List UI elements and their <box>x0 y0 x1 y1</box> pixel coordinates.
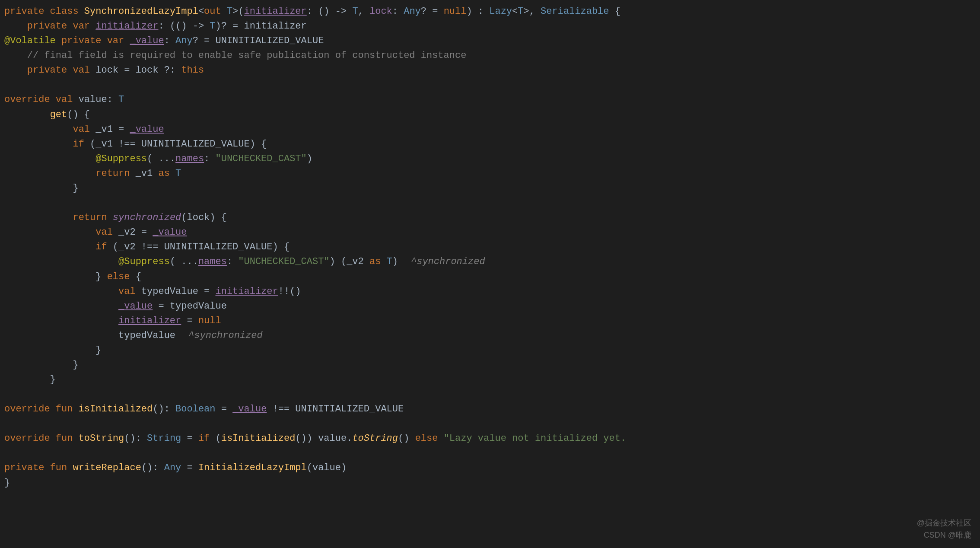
code-line: typedValue^synchronized <box>0 328 980 343</box>
line-content: override fun toString(): String = if (is… <box>4 431 980 446</box>
line-content: } <box>4 343 980 358</box>
code-line: get() { <box>0 108 980 122</box>
line-content: } <box>4 358 980 373</box>
line-content: typedValue^synchronized <box>4 328 980 343</box>
line-content: } else { <box>4 270 980 284</box>
line-content: val _v2 = _value <box>4 225 980 240</box>
line-content: val typedValue = initializer!!() <box>4 284 980 299</box>
code-line <box>0 387 980 402</box>
watermark: @掘金技术社区 CSDN @唯鹿 <box>917 517 971 542</box>
line-content: // final field is required to enable saf… <box>4 48 980 63</box>
code-line: @Suppress( ...names: "UNCHECKED_CAST") <box>0 152 980 166</box>
code-line: } <box>0 476 980 491</box>
code-line: initializer = null <box>0 314 980 328</box>
code-line: return _v1 as T <box>0 166 980 181</box>
line-content: return synchronized(lock) { <box>4 210 980 225</box>
code-line: if (_v2 !== UNINITIALIZED_VALUE) { <box>0 240 980 255</box>
code-line: @Suppress( ...names: "UNCHECKED_CAST") (… <box>0 255 980 269</box>
code-line: } <box>0 181 980 196</box>
code-line: override fun isInitialized(): Boolean = … <box>0 402 980 417</box>
line-content: initializer = null <box>4 314 980 328</box>
line-content: } <box>4 476 980 491</box>
code-line <box>0 446 980 461</box>
code-line: if (_v1 !== UNINITIALIZED_VALUE) { <box>0 137 980 152</box>
code-line: private fun writeReplace(): Any = Initia… <box>0 461 980 475</box>
line-content: private var initializer: (() -> T)? = in… <box>4 19 980 34</box>
code-line: val typedValue = initializer!!() <box>0 284 980 299</box>
line-content: } <box>4 373 980 387</box>
line-content: } <box>4 181 980 196</box>
code-view: private class SynchronizedLazyImpl<out T… <box>0 0 980 548</box>
code-line: } <box>0 358 980 373</box>
code-line: override fun toString(): String = if (is… <box>0 431 980 446</box>
code-line: // final field is required to enable saf… <box>0 48 980 63</box>
line-content: return _v1 as T <box>4 166 980 181</box>
code-line: _value = typedValue <box>0 299 980 314</box>
code-line: override val value: T <box>0 92 980 107</box>
line-content: if (_v1 !== UNINITIALIZED_VALUE) { <box>4 137 980 152</box>
line-content: get() { <box>4 108 980 122</box>
line-content: override fun isInitialized(): Boolean = … <box>4 402 980 417</box>
code-line: } <box>0 373 980 387</box>
code-line: private val lock = lock ?: this <box>0 63 980 78</box>
code-line: val _v2 = _value <box>0 225 980 240</box>
code-line: private class SynchronizedLazyImpl<out T… <box>0 4 980 19</box>
line-content: override val value: T <box>4 92 980 107</box>
line-content: private class SynchronizedLazyImpl<out T… <box>4 4 980 19</box>
line-content: val _v1 = _value <box>4 122 980 137</box>
code-line: } <box>0 343 980 358</box>
line-content: @Suppress( ...names: "UNCHECKED_CAST") (… <box>4 255 980 269</box>
line-content: private val lock = lock ?: this <box>4 63 980 78</box>
code-line: return synchronized(lock) { <box>0 210 980 225</box>
code-line <box>0 196 980 210</box>
line-content: if (_v2 !== UNINITIALIZED_VALUE) { <box>4 240 980 255</box>
code-line: } else { <box>0 270 980 284</box>
code-line: val _v1 = _value <box>0 122 980 137</box>
line-content: @Suppress( ...names: "UNCHECKED_CAST") <box>4 152 980 166</box>
line-content: private fun writeReplace(): Any = Initia… <box>4 461 980 475</box>
code-line <box>0 78 980 92</box>
code-line: private var initializer: (() -> T)? = in… <box>0 19 980 34</box>
line-content: @Volatile private var _value: Any? = UNI… <box>4 34 980 48</box>
line-content: _value = typedValue <box>4 299 980 314</box>
code-line <box>0 417 980 431</box>
code-line: @Volatile private var _value: Any? = UNI… <box>0 34 980 48</box>
